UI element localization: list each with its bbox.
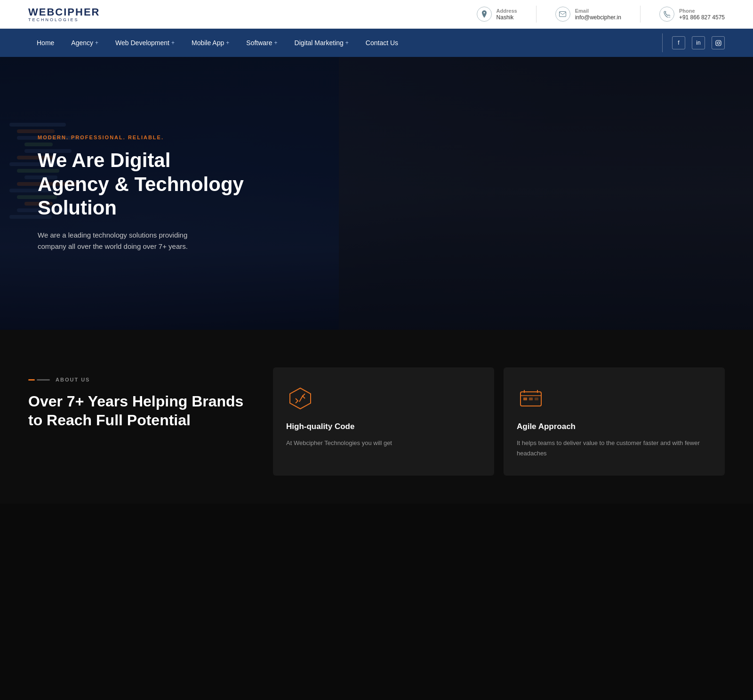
nav-item-digital-marketing[interactable]: Digital Marketing + [286,29,357,57]
nav-item-software[interactable]: Software + [238,29,286,57]
nav-item-home[interactable]: Home [28,29,63,57]
web-dev-plus-icon: + [171,40,175,46]
address-contact: Address Nashik [477,6,517,23]
card-agile-approach: Agile Approach It helps teams to deliver… [504,367,725,476]
nav-label-contact-us: Contact Us [366,39,398,47]
agile-card-icon [517,384,545,413]
card-high-quality-code: High-quality Code At Webcipher Technolog… [273,367,494,476]
nav-label-agency: Agency [71,39,93,47]
cards-wrap: High-quality Code At Webcipher Technolog… [273,367,725,476]
top-contacts: Address Nashik Email info@webcipher.in [477,6,725,23]
logo-sub: TECHNOLOGIES [28,17,100,22]
phone-info: Phone +91 866 827 4575 [679,8,725,21]
code-card-icon [286,384,314,413]
hero-title: We Are Digital Agency & Technology Solut… [38,149,245,220]
svg-point-3 [719,41,720,41]
about-section: ABOUT US Over 7+ Years Helping Brands to… [0,330,753,504]
hero-section: MODERN. PROFESSIONAL. RELIABLE. We Are D… [0,57,753,330]
label-dash-2 [37,379,50,381]
card-1-title: High-quality Code [286,422,481,431]
nav-label-home: Home [37,39,54,47]
phone-label: Phone [679,8,725,14]
email-icon [555,7,570,22]
instagram-icon[interactable] [712,36,725,49]
hero-description: We are a leading technology solutions pr… [38,230,216,252]
address-label: Address [497,8,517,14]
digital-marketing-plus-icon: + [345,40,349,46]
nav-label-mobile-app: Mobile App [192,39,224,47]
section-label-text: ABOUT US [56,377,90,382]
svg-point-2 [717,42,720,44]
location-icon [477,7,492,22]
nav-item-agency[interactable]: Agency + [63,29,107,57]
card-1-desc: At Webcipher Technologies you will get [286,438,481,448]
linkedin-icon[interactable]: in [692,36,705,49]
social-links: f in [672,36,725,49]
top-bar: WEBCIPHER TECHNOLOGIES Address Nashik [0,0,753,29]
phone-icon [659,7,674,22]
software-plus-icon: + [274,40,278,46]
svg-marker-4 [290,388,311,409]
email-label: Email [575,8,621,14]
nav-item-web-development[interactable]: Web Development + [107,29,183,57]
logo[interactable]: WEBCIPHER TECHNOLOGIES [28,6,100,22]
divider-1 [536,6,537,23]
nav-label-digital-marketing: Digital Marketing [295,39,344,47]
svg-rect-10 [535,398,538,400]
address-info: Address Nashik [497,8,517,21]
email-info: Email info@webcipher.in [575,8,621,21]
about-title: Over 7+ Years Helping Brands to Reach Fu… [28,392,254,430]
nav-item-mobile-app[interactable]: Mobile App + [183,29,238,57]
svg-rect-8 [523,398,527,400]
about-left: ABOUT US Over 7+ Years Helping Brands to… [28,367,254,430]
svg-rect-1 [716,40,721,46]
logo-text: WEBCIPHER [28,6,100,18]
phone-value: +91 866 827 4575 [679,14,725,21]
divider-2 [640,6,641,23]
address-value: Nashik [497,14,517,21]
phone-contact: Phone +91 866 827 4575 [659,6,725,23]
mobile-app-plus-icon: + [226,40,229,46]
card-2-desc: It helps teams to deliver value to the c… [517,438,712,459]
nav-right: f in [653,33,725,52]
card-2-title: Agile Approach [517,422,712,431]
nav-social-divider [662,33,663,52]
email-value: info@webcipher.in [575,14,621,21]
facebook-icon[interactable]: f [672,36,685,49]
nav-item-contact-us[interactable]: Contact Us [357,29,407,57]
hero-content: MODERN. PROFESSIONAL. RELIABLE. We Are D… [0,135,282,252]
svg-rect-9 [529,398,533,400]
nav-bar: Home Agency + Web Development + Mobile A… [0,29,753,57]
nav-label-web-development: Web Development [115,39,169,47]
nav-links: Home Agency + Web Development + Mobile A… [28,29,407,57]
email-contact: Email info@webcipher.in [555,6,621,23]
section-label: ABOUT US [28,377,254,382]
nav-label-software: Software [246,39,272,47]
hero-tagline: MODERN. PROFESSIONAL. RELIABLE. [38,135,245,140]
agency-plus-icon: + [95,40,98,46]
svg-rect-0 [560,12,566,17]
label-dash-1 [28,379,35,381]
